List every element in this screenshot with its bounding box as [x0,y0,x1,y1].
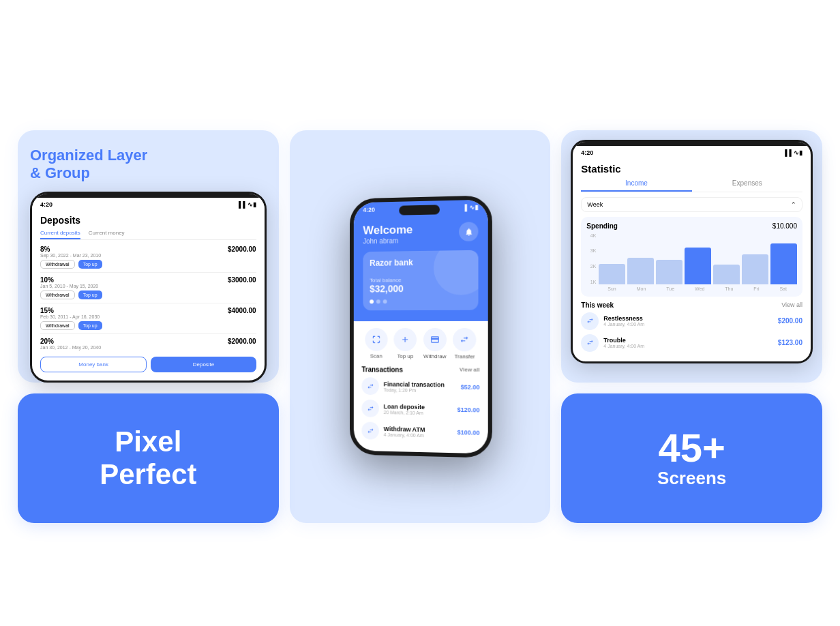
view-all-btn[interactable]: View all [460,366,480,374]
dep-item-0: 8%$2000.00 Sep 30, 2022 - Mar 23, 2010 W… [40,245,256,269]
view-all[interactable]: View all [781,301,802,309]
dep-item-2: 15%$4000.00 Feb 30, 2011 - Apr 16, 2030 … [40,303,256,330]
action-withdraw[interactable]: Withdraw [423,328,447,359]
st-1: Trouble 4 January, 4:00 Am $123.00 [581,334,802,352]
money-bank-btn[interactable]: Money bank [40,357,147,372]
dep-item-1: 10%$3000.00 Jan 5, 2010 - May 15, 2020 W… [40,272,256,299]
panel-organized: Organized Layer& Group 4:20 ▌▌∿▮ Deposit… [18,130,279,383]
organized-title: Organized Layer& Group [30,147,267,183]
deposite-btn[interactable]: Deposite [151,357,256,372]
deposits-phone: 4:20 ▌▌∿▮ Deposits Current deposits Curr… [30,192,267,383]
bar5 [742,254,768,284]
action-transfer[interactable]: Transfer [453,328,476,360]
bar1 [627,258,654,284]
panel-center: 4:20 ▌∿▮ Welcome John abram [290,130,551,524]
screens-label: Screens [657,468,726,489]
screens-count: 45+ [657,428,726,468]
panel-statistic: 4:20▌▌∿▮ Statistic Income Expenses Week⌃… [561,130,822,383]
ctrans-1: Loan deposite 20 March, 2:10 Am $120.00 [361,400,479,419]
bar4 [713,265,740,284]
dep-item-3: 20%$2000.00 Jan 30, 2012 - May 20, 2040 [40,333,256,350]
user-name: John abram [363,237,412,245]
action-scan[interactable]: Scan [365,328,387,359]
bar6 [770,243,797,284]
welcome: Welcome [363,223,412,237]
bank-card: Razor bank Total balance $32,000 [363,250,478,311]
action-top up[interactable]: Top up [394,328,417,359]
pixel-text: PixelPerfect [100,426,196,492]
bell-icon[interactable] [459,222,478,241]
bar2 [656,260,682,284]
st-0: Restlessness 4 January, 4:00 Am $200.00 [581,312,802,330]
big-phone: 4:20 ▌∿▮ Welcome John abram [350,195,492,458]
bar0 [599,264,625,284]
ctrans-2: Withdraw ATM 4 January, 4:00 Am $100.00 [361,421,479,442]
ctrans-0: Financial transaction Today, 1:20 Pm $52… [361,377,479,396]
panel-screens: 45+ Screens [561,393,822,523]
panel-pixel: PixelPerfect [18,393,279,523]
transactions-hdr: Transactions [361,366,402,373]
main-container: Organized Layer& Group 4:20 ▌▌∿▮ Deposit… [1,14,839,626]
bar3 [685,248,711,284]
